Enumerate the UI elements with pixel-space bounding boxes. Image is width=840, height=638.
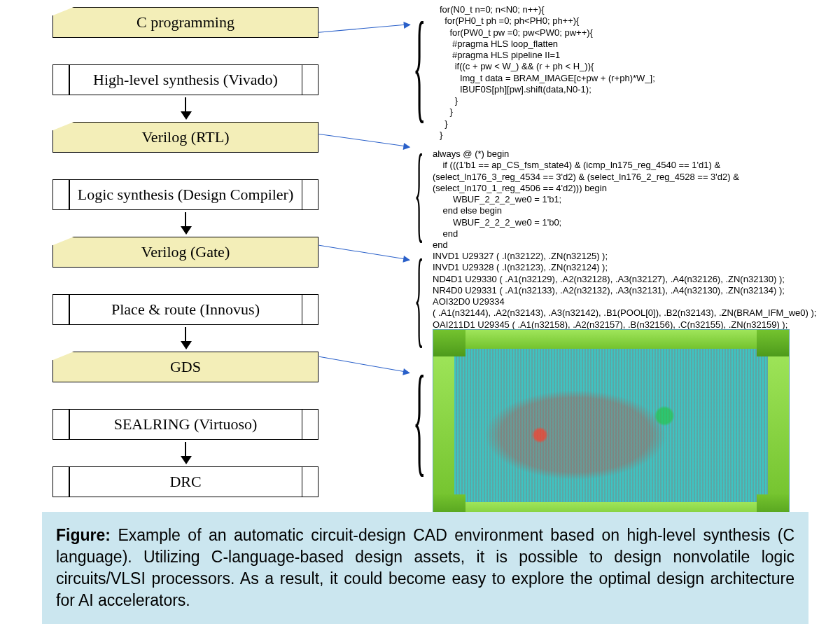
connector-arrow-icon: [318, 24, 410, 32]
design-flow: C programming High-level synthesis (Viva…: [52, 7, 318, 524]
step-gds: GDS: [52, 352, 318, 382]
gds-layout-image: [433, 329, 790, 522]
step-label: Logic synthesis (Design Compiler): [78, 186, 294, 204]
figure-root: C programming High-level synthesis (Viva…: [0, 0, 840, 638]
connector-arrow-icon: [319, 134, 410, 147]
step-label: Verilog (RTL): [141, 128, 229, 146]
c-code-snippet: for(N0_t n=0; n<N0; n++){ for(PH0_t ph =…: [440, 4, 655, 141]
step-label: Place & route (Innovus): [111, 300, 260, 319]
step-label: SEALRING (Virtuoso): [114, 415, 258, 434]
step-label: Verilog (Gate): [141, 243, 230, 261]
connector-arrow-icon: [319, 245, 410, 260]
figure-caption: Figure: Example of an automatic circuit-…: [42, 512, 808, 624]
step-logic-synthesis: Logic synthesis (Design Compiler): [52, 179, 318, 210]
connector-arrow-icon: [319, 356, 409, 373]
rtl-code-snippet: always @ (*) begin if (((1'b1 == ap_CS_f…: [433, 148, 739, 251]
step-place-route: Place & route (Innovus): [52, 294, 318, 325]
brace-icon: {: [413, 0, 426, 137]
step-verilog-rtl: Verilog (RTL): [52, 122, 318, 153]
step-drc: DRC: [52, 466, 318, 497]
brace-icon: {: [413, 348, 426, 490]
step-hls-vivado: High-level synthesis (Vivado): [52, 64, 318, 95]
caption-prefix: Figure:: [56, 526, 111, 544]
step-label: DRC: [169, 473, 201, 491]
step-label: High-level synthesis (Vivado): [93, 71, 278, 89]
caption-body: Example of an automatic circuit-design C…: [56, 526, 794, 609]
step-verilog-gate: Verilog (Gate): [52, 237, 318, 268]
step-label: C programming: [136, 13, 234, 32]
step-c-programming: C programming: [52, 7, 318, 38]
step-sealring: SEALRING (Virtuoso): [52, 409, 318, 440]
step-label: GDS: [170, 358, 201, 376]
gate-netlist-snippet: INVD1 U29327 ( .I(n32122), .ZN(n32125) )…: [433, 251, 816, 331]
brace-icon: {: [414, 236, 424, 359]
